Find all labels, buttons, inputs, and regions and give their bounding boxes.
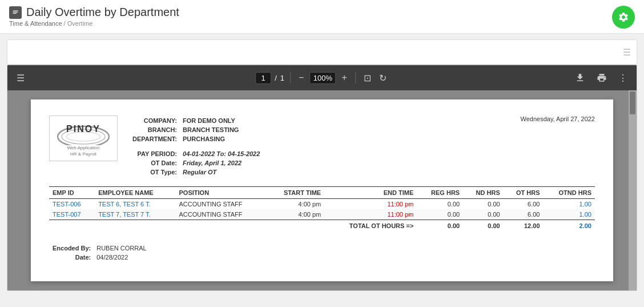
col-ot-hrs: OT HRS [504,187,544,199]
pdf-zoom-out-button[interactable]: − [296,71,306,84]
svg-rect-3 [13,13,17,13]
breadcrumb-separator: / [64,20,66,27]
cell-ot-hrs: 6.00 [504,199,544,210]
lines-icon: ☰ [623,47,631,58]
cell-ot-hrs: 6.00 [504,209,544,220]
page-header-left: Daily Overtime by Department Time & Atte… [9,6,179,27]
department-value: PURCHASING [180,135,262,143]
branch-value: BRANCH TESTING [180,126,262,134]
pdf-toolbar-right: ⋮ [573,71,630,85]
ot-date-label: OT Date: [130,159,179,167]
cell-reg-hrs: 0.00 [417,209,463,220]
col-nd-hrs: ND HRS [463,187,504,199]
pdf-toolbar-left: ☰ [14,71,27,85]
pdf-download-button[interactable] [573,71,587,84]
report-date: Wednesday, April 27, 2022 [521,115,595,122]
ot-date-value: Friday, April 1, 2022 [180,159,262,167]
svg-rect-0 [12,9,19,15]
breadcrumb-parent[interactable]: Time & Attendance [9,20,62,27]
pdf-scrollbar-thumb[interactable] [630,91,635,114]
svg-rect-2 [13,11,18,12]
svg-rect-1 [13,10,18,11]
col-emp-id: EMP ID [49,187,95,199]
breadcrumb: Time & Attendance / Overtime [9,20,179,27]
table-row: TEST-006 TEST 6, TEST 6 T. ACCOUNTING ST… [49,199,595,210]
page-title: Daily Overtime by Department [9,6,179,19]
col-employee-name: EMPLOYEE NAME [95,187,175,199]
pdf-divider-1 [290,72,291,83]
pdf-toolbar-center: / 1 − + ⊡ ↻ [255,71,389,85]
cell-start-time: 4:00 pm [267,209,325,220]
company-info: COMPANY: FOR DEMO ONLY BRANCH: BRANCH TE… [129,115,263,177]
pdf-zoom-in-button[interactable]: + [339,71,349,84]
col-end-time: END TIME [324,187,417,199]
col-reg-hrs: REG HRS [417,187,463,199]
cell-nd-hrs: 0.00 [463,209,504,220]
pdf-divider-2 [355,72,356,83]
pdf-more-button[interactable]: ⋮ [616,71,630,85]
company-value: FOR DEMO ONLY [180,117,262,125]
department-label: DEPARTMENT: [130,135,179,143]
pdf-page-input[interactable] [255,72,271,84]
ot-type-value: Regular OT [180,168,262,176]
cell-nd-hrs: 0.00 [463,199,504,210]
cell-emp-name: TEST 7, TEST 7 T. [95,209,175,220]
pdf-fit-button[interactable]: ⊡ [361,71,373,85]
cell-emp-id: TEST-007 [49,209,95,220]
pdf-rotate-button[interactable]: ↻ [377,71,389,85]
col-otnd-hrs: OTND HRS [544,187,595,199]
logo-subtitle2: HR & Payroll [67,151,99,157]
col-start-time: START TIME [267,187,325,199]
pdf-page-separator: / [275,74,277,82]
breadcrumb-current: Overtime [67,20,93,27]
report-header: PINOY Web Application HR & Payroll COMPA… [49,115,595,177]
pay-period-value: 04-01-2022 To: 04-15-2022 [180,150,262,158]
report-icon [9,6,22,19]
total-reg-hrs: 0.00 [417,220,463,232]
pdf-viewer: ☰ / 1 − + ⊡ ↻ ⋮ [7,65,637,291]
total-label: TOTAL OT HOURS => [324,220,417,232]
encoded-by-value: RUBEN CORRAL [94,244,148,252]
company-label: COMPANY: [130,117,179,125]
cell-otnd-hrs: 1.00 [544,199,595,210]
page-header: Daily Overtime by Department Time & Atte… [0,0,644,34]
cell-emp-id: TEST-006 [49,199,95,210]
report-header-left: PINOY Web Application HR & Payroll COMPA… [49,115,263,177]
cell-emp-name: TEST 6, TEST 6 T. [95,199,175,210]
pdf-menu-button[interactable]: ☰ [14,71,27,85]
toolbar-area: ☰ [7,39,637,65]
total-otnd-hrs: 2.00 [544,220,595,232]
pay-period-label: PAY PERIOD: [130,150,179,158]
footer-date-value: 04/28/2022 [94,253,148,261]
pdf-page: PINOY Web Application HR & Payroll COMPA… [31,99,613,281]
table-row: TEST-007 TEST 7, TEST 7 T. ACCOUNTING ST… [49,209,595,220]
report-table: EMP ID EMPLOYEE NAME POSITION START TIME… [49,186,595,232]
report-footer: Encoded By: RUBEN CORRAL Date: 04/28/202… [49,243,595,262]
col-position: POSITION [176,187,267,199]
cell-end-time: 11:00 pm [324,199,417,210]
pdf-toolbar: ☰ / 1 − + ⊡ ↻ ⋮ [7,65,637,90]
logo-subtitle1: Web Application [67,145,99,151]
title-text: Daily Overtime by Department [26,6,179,19]
pdf-print-button[interactable] [594,71,609,84]
encoded-by-label: Encoded By: [50,244,93,252]
cell-reg-hrs: 0.00 [417,199,463,210]
ot-type-label: OT Type: [130,168,179,176]
cell-position: ACCOUNTING STAFF [176,209,267,220]
total-ot-hrs: 12.00 [504,220,544,232]
pdf-content: PINOY Web Application HR & Payroll COMPA… [7,90,637,290]
footer-date-label: Date: [50,253,93,261]
cell-position: ACCOUNTING STAFF [176,199,267,210]
logo-name: PINOY [55,124,112,134]
pdf-scrollbar[interactable] [629,90,637,290]
company-logo: PINOY Web Application HR & Payroll [49,115,118,161]
settings-button[interactable] [612,6,635,29]
cell-otnd-hrs: 1.00 [544,209,595,220]
total-nd-hrs: 0.00 [463,220,504,232]
pdf-total-pages: 1 [280,74,284,82]
pdf-zoom-input[interactable] [309,72,336,84]
branch-label: BRANCH: [130,126,179,134]
cell-start-time: 4:00 pm [267,199,325,210]
cell-end-time: 11:00 pm [324,209,417,220]
